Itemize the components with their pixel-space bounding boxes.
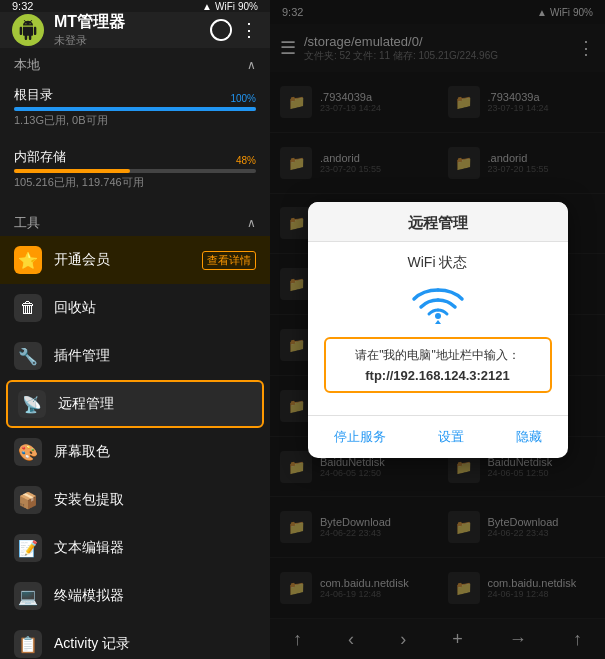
root-dir-sub: 1.13G已用, 0B可用: [14, 113, 256, 128]
recycle-label: 回收站: [54, 299, 256, 317]
nav-item-activity[interactable]: 📋 Activity 记录: [0, 620, 270, 659]
internal-storage-sub: 105.216已用, 119.746可用: [14, 175, 256, 190]
remote-label: 远程管理: [58, 395, 252, 413]
remote-icon: 📡: [18, 390, 46, 418]
ftp-address: ftp://192.168.124.3:2121: [338, 368, 538, 383]
plugin-icon: 🔧: [14, 342, 42, 370]
theme-toggle-icon[interactable]: [210, 19, 232, 41]
section-local: 本地 ∧: [0, 48, 270, 78]
status-bar-left: 9:32 ▲ WiFi 90%: [0, 0, 270, 12]
nav-item-texteditor[interactable]: 📝 文本编辑器: [0, 524, 270, 572]
screen-label: 屏幕取色: [54, 443, 256, 461]
section-tools: 工具 ∧: [0, 206, 270, 236]
dialog-box: 远程管理 WiFi 状态: [308, 202, 568, 458]
internal-storage-item[interactable]: 内部存储 48% 105.216已用, 119.746可用: [0, 140, 270, 202]
dialog-instruction-box: 请在"我的电脑"地址栏中输入： ftp://192.168.124.3:2121: [324, 337, 552, 393]
root-dir-bar: 100%: [14, 107, 256, 111]
header-icons: ⋮: [210, 19, 258, 41]
nav-item-apk[interactable]: 📦 安装包提取: [0, 476, 270, 524]
battery-icon-left: 90%: [238, 1, 258, 12]
recycle-icon: 🗑: [14, 294, 42, 322]
wifi-icon-left: WiFi: [215, 1, 235, 12]
apk-icon: 📦: [14, 486, 42, 514]
apk-label: 安装包提取: [54, 491, 256, 509]
login-status: 未登录: [54, 33, 200, 48]
status-icons-left: ▲ WiFi 90%: [202, 1, 258, 12]
nav-item-terminal[interactable]: 💻 终端模拟器: [0, 572, 270, 620]
dialog-hide-btn[interactable]: 隐藏: [504, 424, 554, 450]
nav-item-recycle[interactable]: 🗑 回收站: [0, 284, 270, 332]
signal-icon-left: ▲: [202, 1, 212, 12]
internal-storage-percent: 48%: [236, 155, 256, 166]
more-icon[interactable]: ⋮: [240, 19, 258, 41]
internal-storage-bar: 48%: [14, 169, 256, 173]
member-icon: ⭐: [14, 246, 42, 274]
root-dir-percent: 100%: [230, 93, 256, 104]
header-title-group: MT管理器 未登录: [54, 12, 200, 48]
screen-icon: 🎨: [14, 438, 42, 466]
nav-item-screen[interactable]: 🎨 屏幕取色: [0, 428, 270, 476]
internal-storage-bar-fill: [14, 169, 130, 173]
internal-storage-label: 内部存储: [14, 148, 256, 166]
dialog-actions: 停止服务 设置 隐藏: [308, 415, 568, 458]
dialog-wifi-label: WiFi 状态: [324, 254, 552, 272]
left-panel: 9:32 ▲ WiFi 90% MT管理器 未登录 ⋮ 本地 ∧ 根目录: [0, 0, 270, 659]
section-tools-label: 工具: [14, 214, 40, 232]
section-tools-chevron[interactable]: ∧: [247, 216, 256, 230]
section-local-chevron[interactable]: ∧: [247, 58, 256, 72]
terminal-icon: 💻: [14, 582, 42, 610]
root-dir-item[interactable]: 根目录 100% 1.13G已用, 0B可用: [0, 78, 270, 140]
texteditor-label: 文本编辑器: [54, 539, 256, 557]
svg-point-0: [435, 313, 441, 319]
section-local-label: 本地: [14, 56, 40, 74]
time-left: 9:32: [12, 0, 33, 12]
terminal-label: 终端模拟器: [54, 587, 256, 605]
member-badge[interactable]: 查看详情: [202, 251, 256, 270]
root-dir-label: 根目录: [14, 86, 256, 104]
dialog-instruction-text: 请在"我的电脑"地址栏中输入：: [338, 347, 538, 364]
activity-label: Activity 记录: [54, 635, 256, 653]
wifi-signal-icon: [324, 282, 552, 327]
dialog-overlay: 远程管理 WiFi 状态: [270, 0, 605, 659]
nav-item-member[interactable]: ⭐ 开通会员 查看详情: [0, 236, 270, 284]
app-title: MT管理器: [54, 12, 200, 33]
nav-item-plugin[interactable]: 🔧 插件管理: [0, 332, 270, 380]
header-left: MT管理器 未登录 ⋮: [0, 12, 270, 48]
right-panel: 9:32 ▲ WiFi 90% ☰ /storage/emulated/0/ 文…: [270, 0, 605, 659]
dialog-body: WiFi 状态 请在"我的电脑"地址栏中输入：: [308, 242, 568, 415]
activity-icon: 📋: [14, 630, 42, 658]
dialog-stop-btn[interactable]: 停止服务: [322, 424, 398, 450]
nav-item-remote[interactable]: 📡 远程管理: [6, 380, 264, 428]
root-dir-bar-fill: [14, 107, 256, 111]
dialog-title: 远程管理: [324, 214, 552, 233]
member-label: 开通会员: [54, 251, 190, 269]
plugin-label: 插件管理: [54, 347, 256, 365]
android-icon: [12, 14, 44, 46]
texteditor-icon: 📝: [14, 534, 42, 562]
dialog-settings-btn[interactable]: 设置: [426, 424, 476, 450]
dialog-title-bar: 远程管理: [308, 202, 568, 242]
